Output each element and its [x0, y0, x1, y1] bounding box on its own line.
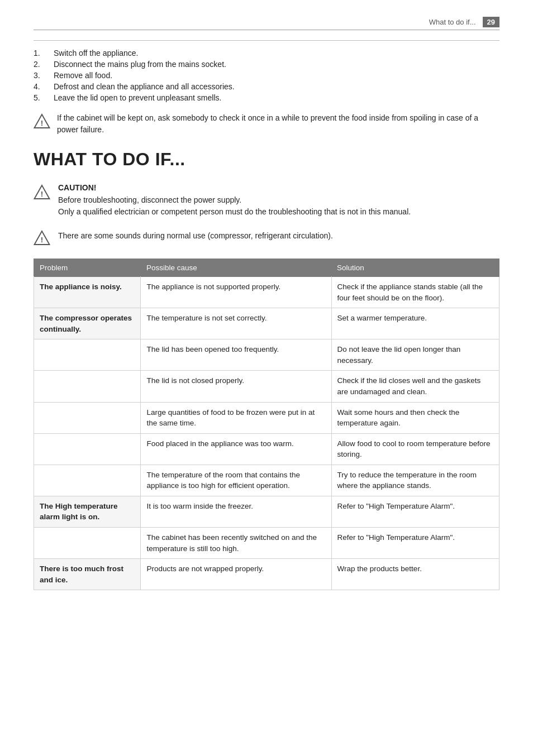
table-row: The cabinet has been recently switched o…	[34, 528, 499, 559]
solution-cell: Refer to "High Temperature Alarm".	[331, 496, 499, 527]
sounds-text: There are some sounds during normal use …	[58, 229, 333, 242]
table-row: The High temperature alarm light is on.I…	[34, 496, 499, 527]
table-row: The compressor operates continually.The …	[34, 308, 499, 339]
intro-warning-text: If the cabinet will be kept on, ask some…	[57, 112, 499, 136]
list-item: 2.Disconnect the mains plug from the mai…	[34, 60, 499, 69]
caution-block: ! CAUTION! Before troubleshooting, disco…	[34, 183, 499, 218]
list-text: Leave the lid open to prevent unpleasant…	[54, 93, 221, 102]
problem-cell: The High temperature alarm light is on.	[34, 496, 141, 527]
problem-cell	[34, 402, 141, 433]
list-num: 3.	[34, 71, 54, 80]
list-num: 4.	[34, 82, 54, 91]
problem-cell	[34, 528, 141, 559]
page-header: What to do if... 29	[34, 17, 499, 30]
problem-cell: The appliance is noisy.	[34, 277, 141, 308]
table-row: The temperature of the room that contain…	[34, 465, 499, 496]
solution-cell: Set a warmer temperature.	[331, 308, 499, 339]
solution-cell: Wait some hours and then check the tempe…	[331, 402, 499, 433]
problem-cell: There is too much frost and ice.	[34, 559, 141, 590]
col-solution: Solution	[331, 259, 499, 277]
sounds-block: ! There are some sounds during normal us…	[34, 229, 499, 246]
table-row: The lid has been opened too frequently.D…	[34, 339, 499, 371]
solution-cell: Refer to "High Temperature Alarm".	[331, 528, 499, 559]
page-number: 29	[483, 17, 499, 27]
top-separator	[34, 40, 499, 41]
list-text: Remove all food.	[54, 71, 112, 80]
solution-cell: Try to reduce the temperature in the roo…	[331, 465, 499, 496]
list-num: 1.	[34, 49, 54, 58]
cause-cell: The temperature of the room that contain…	[141, 465, 331, 496]
cause-cell: The lid has been opened too frequently.	[141, 339, 331, 371]
problem-cell	[34, 339, 141, 371]
caution-content: CAUTION! Before troubleshooting, disconn…	[58, 183, 411, 218]
table-header: Problem Possible cause Solution	[34, 259, 499, 277]
svg-text:!: !	[41, 190, 44, 198]
cause-cell: The temperature is not set correctly.	[141, 308, 331, 339]
trouble-table: Problem Possible cause Solution The appl…	[34, 259, 499, 590]
list-item: 5.Leave the lid open to prevent unpleasa…	[34, 93, 499, 102]
table-body: The appliance is noisy.The appliance is …	[34, 277, 499, 590]
cause-cell: It is too warm inside the freezer.	[141, 496, 331, 527]
solution-cell: Do not leave the lid open longer than ne…	[331, 339, 499, 371]
list-item: 4.Defrost and clean the appliance and al…	[34, 82, 499, 91]
list-text: Disconnect the mains plug from the mains…	[54, 60, 226, 69]
intro-warning-block: ! If the cabinet will be kept on, ask so…	[34, 112, 499, 136]
cause-cell: The cabinet has been recently switched o…	[141, 528, 331, 559]
list-item: 1.Switch off the appliance.	[34, 49, 499, 58]
page-header-label: What to do if...	[429, 18, 476, 26]
svg-text:!: !	[41, 119, 44, 127]
solution-cell: Allow food to cool to room temperature b…	[331, 433, 499, 465]
solution-cell: Wrap the products better.	[331, 559, 499, 590]
problem-cell	[34, 371, 141, 402]
list-item: 3.Remove all food.	[34, 71, 499, 80]
intro-list: 1.Switch off the appliance.2.Disconnect …	[34, 49, 499, 102]
list-num: 5.	[34, 93, 54, 102]
cause-cell: The lid is not closed properly.	[141, 371, 331, 402]
list-text: Defrost and clean the appliance and all …	[54, 82, 235, 91]
caution-body: Before troubleshooting, disconnect the p…	[58, 194, 411, 218]
table-row: The lid is not closed properly.Check if …	[34, 371, 499, 402]
solution-cell: Check if the appliance stands stable (al…	[331, 277, 499, 308]
problem-cell: The compressor operates continually.	[34, 308, 141, 339]
section-title: WHAT TO DO IF...	[34, 149, 499, 170]
table-row: The appliance is noisy.The appliance is …	[34, 277, 499, 308]
cause-cell: The appliance is not supported properly.	[141, 277, 331, 308]
list-text: Switch off the appliance.	[54, 49, 139, 58]
solution-cell: Check if the lid closes well and the gas…	[331, 371, 499, 402]
svg-text:!: !	[41, 236, 44, 244]
cause-cell: Food placed in the appliance was too war…	[141, 433, 331, 465]
list-num: 2.	[34, 60, 54, 69]
table-row: Large quantities of food to be frozen we…	[34, 402, 499, 433]
table-row: Food placed in the appliance was too war…	[34, 433, 499, 465]
table-row: There is too much frost and ice.Products…	[34, 559, 499, 590]
problem-cell	[34, 465, 141, 496]
caution-title: CAUTION!	[58, 183, 411, 192]
sounds-icon: !	[34, 229, 50, 246]
table-header-row: Problem Possible cause Solution	[34, 259, 499, 277]
cause-cell: Large quantities of food to be frozen we…	[141, 402, 331, 433]
warning-icon: !	[34, 113, 50, 130]
col-problem: Problem	[34, 259, 141, 277]
col-cause: Possible cause	[141, 259, 331, 277]
cause-cell: Products are not wrapped properly.	[141, 559, 331, 590]
caution-icon: !	[34, 184, 50, 200]
problem-cell	[34, 433, 141, 465]
